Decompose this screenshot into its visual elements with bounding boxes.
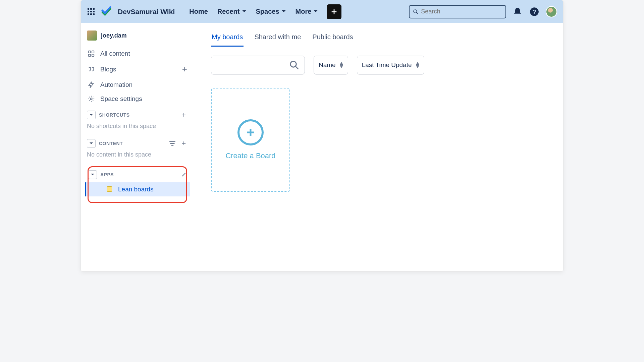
sort-by-name-select[interactable]: Name [314,56,348,74]
sidebar-user[interactable]: joey.dam [81,31,194,47]
sort-spinner-icon [340,62,343,68]
tab-public-boards[interactable]: Public boards [312,33,354,46]
collapse-toggle[interactable] [87,111,96,119]
svg-line-13 [296,66,299,69]
user-thumb-icon [87,31,97,41]
search-input-container[interactable] [409,5,506,18]
section-label: APPS [100,172,114,177]
sidebar-user-name: joey.dam [101,32,127,39]
search-icon [289,60,299,70]
collapse-toggle[interactable] [87,139,96,148]
dropdown-label: Name [319,61,336,69]
sidebar-space-settings[interactable]: Space settings [81,92,194,106]
board-tabs: My boards Shared with me Public boards [211,33,546,46]
quote-icon [88,66,95,73]
note-icon [106,186,113,193]
section-label: CONTENT [99,141,123,146]
svg-text:?: ? [532,8,536,15]
user-avatar[interactable] [546,6,557,17]
svg-rect-6 [89,51,91,53]
sidebar-all-content[interactable]: All content [81,47,194,61]
nav-recent[interactable]: Recent [217,8,247,15]
collapse-toggle[interactable] [88,170,97,179]
search-icon [413,9,418,15]
gear-icon [88,95,95,103]
main-content: My boards Shared with me Public boards N… [194,23,563,271]
svg-line-3 [416,12,418,14]
help-icon[interactable]: ? [529,6,540,17]
svg-rect-11 [107,187,112,192]
tab-my-boards[interactable]: My boards [211,33,244,47]
svg-rect-9 [92,54,94,56]
add-shortcut-button[interactable]: + [180,111,188,119]
search-input[interactable] [421,8,502,15]
tab-shared-with-me[interactable]: Shared with me [254,33,302,46]
add-content-button[interactable]: + [180,139,188,147]
board-search-input[interactable] [211,56,305,74]
sidebar-item-label: All content [100,50,130,57]
bolt-icon [88,81,95,88]
sort-by-update-select[interactable]: Last Time Update [357,56,424,74]
add-blog-button[interactable]: + [182,64,187,74]
top-nav: DevSamurai Wiki Home Recent Spaces More … [81,0,563,23]
sidebar-content-header: CONTENT + [81,134,194,149]
chevron-down-icon [281,8,286,15]
sidebar: joey.dam All content Blogs + Automation … [81,23,194,271]
nav-spaces[interactable]: Spaces [256,8,286,15]
product-logo-icon[interactable] [101,6,112,17]
plus-circle-icon [237,119,264,145]
chevron-down-icon [242,8,247,15]
content-empty-text: No content in this space [81,149,194,163]
sidebar-shortcuts-header: SHORTCUTS + [81,106,194,121]
sidebar-item-label: Lean boards [118,186,154,193]
sidebar-item-label: Space settings [100,95,142,103]
wiki-name[interactable]: DevSamurai Wiki [118,8,175,16]
nav-divider [183,7,183,16]
shortcuts-empty-text: No shortcuts in this space [81,121,194,134]
create-board-card[interactable]: Create a Board [211,88,290,192]
svg-point-2 [414,9,417,13]
nav-home[interactable]: Home [189,8,208,15]
sidebar-item-label: Automation [100,81,132,88]
create-board-label: Create a Board [225,152,275,160]
svg-rect-7 [92,51,94,53]
section-label: SHORTCUTS [99,112,130,118]
sidebar-item-label: Blogs [100,66,116,73]
sidebar-blogs[interactable]: Blogs + [81,61,194,78]
notifications-icon[interactable] [512,6,523,17]
sidebar-app-lean-boards[interactable]: Lean boards [85,182,190,196]
sidebar-automation[interactable]: Automation [81,78,194,92]
nav-more[interactable]: More [296,8,318,15]
grid-icon [88,50,95,57]
svg-point-10 [90,98,92,100]
create-button[interactable] [327,4,341,19]
edit-apps-button[interactable] [181,171,188,178]
sort-spinner-icon [416,62,419,68]
filter-content-button[interactable] [168,139,176,147]
dropdown-label: Last Time Update [362,61,412,69]
svg-rect-8 [89,54,91,56]
sidebar-apps-header: APPS [81,166,194,182]
app-switcher-icon[interactable] [87,8,95,16]
chevron-down-icon [313,8,318,15]
svg-point-12 [290,61,297,67]
